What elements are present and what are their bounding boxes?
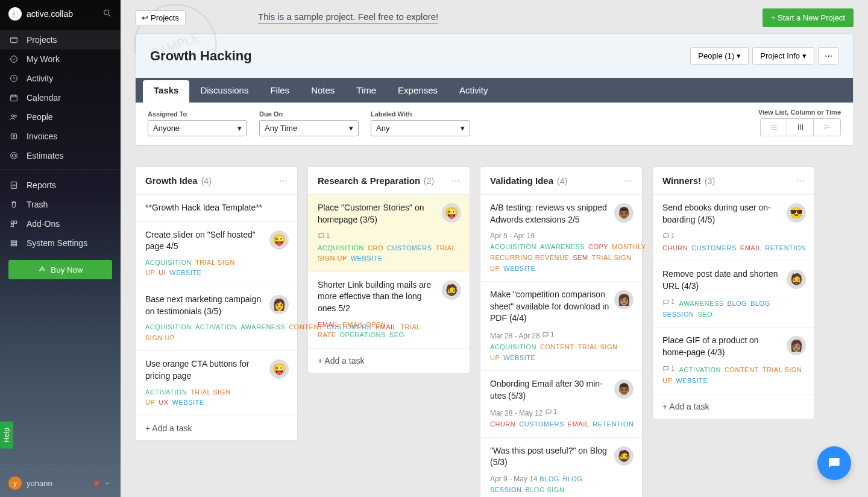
column-more-button[interactable]: ⋯ xyxy=(624,176,632,186)
task-meta: Mar 28 - May 12 1 CHURNCUSTOMERSEMAILRET… xyxy=(490,407,632,430)
addon-icon xyxy=(8,219,19,229)
task-tag: RETENTION xyxy=(765,244,806,252)
user-menu[interactable]: y yohann xyxy=(0,469,121,497)
tab-time[interactable]: Time xyxy=(345,78,387,103)
column-more-button[interactable]: ⋯ xyxy=(796,176,805,186)
column-more-button[interactable]: ⋯ xyxy=(279,176,288,186)
sidebar-item-estimates[interactable]: Estimates xyxy=(0,146,121,165)
tab-expenses[interactable]: Expenses xyxy=(387,78,448,103)
add-task-button[interactable]: + Add a task xyxy=(653,394,814,419)
sidebar-item-activity[interactable]: Activity xyxy=(0,69,121,88)
chat-fab[interactable] xyxy=(817,446,851,480)
project-title: Growth Hacking xyxy=(150,48,252,64)
task-card[interactable]: Make "competition comparison sheet" avai… xyxy=(480,282,642,371)
view-list-button[interactable] xyxy=(761,119,787,136)
sidebar-item-label: System Settings xyxy=(27,238,87,248)
sidebar-item-system-settings[interactable]: System Settings xyxy=(0,233,121,253)
view-timeline-button[interactable] xyxy=(814,119,840,136)
column-title: Growth Idea xyxy=(145,176,198,186)
sidebar-item-projects[interactable]: Projects xyxy=(0,30,121,49)
task-tag: WEBSITE xyxy=(172,399,204,406)
chevron-down-icon: ▾ xyxy=(461,124,465,133)
task-meta: ACQUISITIONACTIVATIONAWARENESSCONTENTCUS… xyxy=(145,322,288,343)
tab-discussions[interactable]: Discussions xyxy=(189,78,259,103)
task-tag: CHURN xyxy=(662,244,688,252)
help-tab[interactable]: Help xyxy=(0,422,13,449)
sidebar-item-my-work[interactable]: My Work xyxy=(0,49,121,69)
people-dropdown[interactable]: People (1) ▾ xyxy=(690,47,749,65)
task-tag: SEO xyxy=(389,331,404,338)
task-date: Apr 5 - Apr 19 xyxy=(490,232,535,240)
column-count: (4) xyxy=(201,176,212,186)
tab-tasks[interactable]: Tasks xyxy=(143,80,189,103)
sidebar-item-reports[interactable]: Reports xyxy=(0,176,121,195)
sidebar-item-people[interactable]: People xyxy=(0,107,121,127)
brand-logo: ◐ xyxy=(8,7,22,21)
buy-now-button[interactable]: Buy Now xyxy=(8,260,112,279)
svg-point-10 xyxy=(14,115,16,117)
task-card[interactable]: Place GIF of a product on home-page (4/3… xyxy=(653,328,814,394)
comment-count: 1 xyxy=(662,297,675,308)
task-tag: EMAIL xyxy=(740,244,762,252)
project-more-button[interactable]: ⋯ xyxy=(818,47,838,65)
task-date: Apr 9 - May 14 xyxy=(490,475,538,483)
tab-files[interactable]: Files xyxy=(259,78,300,103)
projects-breadcrumb-button[interactable]: ↩ Projects xyxy=(135,10,186,25)
labeled-with-select[interactable]: Any▾ xyxy=(371,120,470,136)
task-card[interactable]: Create slider on "Self hosted" page 4/5😜… xyxy=(136,222,297,286)
task-tag: AWARENESS xyxy=(241,323,285,331)
svg-rect-23 xyxy=(11,245,16,246)
task-card[interactable]: Shorter Link building mails are more eff… xyxy=(308,272,470,349)
chevron-down-icon: ▾ xyxy=(349,124,353,133)
task-meta: 1 ACTIVATIONCONTENTTRIAL SIGN UPWEBSITE xyxy=(662,364,805,387)
task-card[interactable]: **Growth Hack Idea Template** xyxy=(136,195,297,222)
assigned-to-select[interactable]: Anyone▾ xyxy=(148,120,247,136)
start-new-project-button[interactable]: + Start a New Project xyxy=(763,8,854,27)
column-count: (2) xyxy=(424,176,434,186)
calendar-icon xyxy=(8,93,19,103)
task-card[interactable]: "Was this post useful?" on Blog (5/3)🧔Ap… xyxy=(480,438,642,497)
chevron-down-icon: ▾ xyxy=(737,51,741,60)
tab-notes[interactable]: Notes xyxy=(300,78,345,103)
view-column-button[interactable] xyxy=(787,119,814,136)
column-more-button[interactable]: ⋯ xyxy=(451,176,460,186)
task-tag: WEBSITE xyxy=(503,354,535,361)
sidebar-item-label: Activity xyxy=(27,74,53,83)
assignee-avatar: 🧔 xyxy=(787,270,806,289)
task-tag: ACTIVATION xyxy=(195,323,237,331)
add-task-button[interactable]: + Add a task xyxy=(308,349,470,373)
search-icon[interactable] xyxy=(102,8,112,20)
task-tag: ACQUISITION xyxy=(490,243,536,250)
sidebar-item-invoices[interactable]: Invoices xyxy=(0,127,121,146)
task-tag: CUSTOMERS xyxy=(387,244,432,252)
project-info-dropdown[interactable]: Project Info ▾ xyxy=(752,47,814,65)
check-circle-icon xyxy=(8,54,19,64)
notification-dot xyxy=(94,481,99,486)
task-card[interactable]: Base next marketing campaign on testimon… xyxy=(136,286,297,351)
task-title: A/B testing: reviews vs snipped Adwords … xyxy=(490,202,632,226)
task-title: Create slider on "Self hosted" page 4/5 xyxy=(145,229,288,253)
task-tag: RETENTION xyxy=(593,420,634,428)
task-card[interactable]: Place "Customer Stories" on homepage (3/… xyxy=(308,195,470,272)
task-tag: CHURN xyxy=(490,420,515,428)
task-title: **Growth Hack Idea Template** xyxy=(145,202,288,214)
task-card[interactable]: Send ebooks during user on-boarding (4/5… xyxy=(653,195,814,261)
tab-activity[interactable]: Activity xyxy=(448,78,499,103)
task-card[interactable]: A/B testing: reviews vs snipped Adwords … xyxy=(480,195,642,282)
sidebar-item-label: Reports xyxy=(27,180,56,190)
sidebar-item-trash[interactable]: Trash xyxy=(0,195,121,214)
sidebar-item-add-ons[interactable]: Add-Ons xyxy=(0,214,121,233)
svg-point-0 xyxy=(104,10,109,14)
svg-line-1 xyxy=(108,14,110,16)
add-task-button[interactable]: + Add a task xyxy=(136,416,297,440)
due-on-select[interactable]: Any Time▾ xyxy=(259,120,359,136)
sidebar-item-calendar[interactable]: Calendar xyxy=(0,88,121,107)
task-meta: 1 AWARENESSBLOGBLOG SESSIONSEO xyxy=(662,297,805,320)
task-tag: WEBSITE xyxy=(169,269,201,276)
user-avatar: y xyxy=(8,476,22,490)
svg-rect-21 xyxy=(11,241,16,242)
task-card[interactable]: Use orange CTA buttons for pricing page😜… xyxy=(136,351,297,416)
task-card[interactable]: Remove post date and shorten URL (4/3)🧔 … xyxy=(653,261,814,328)
task-card[interactable]: Onbording Email after 30 min­utes (5/3)👨… xyxy=(480,371,642,438)
task-date: Mar 28 - May 12 xyxy=(490,409,542,417)
